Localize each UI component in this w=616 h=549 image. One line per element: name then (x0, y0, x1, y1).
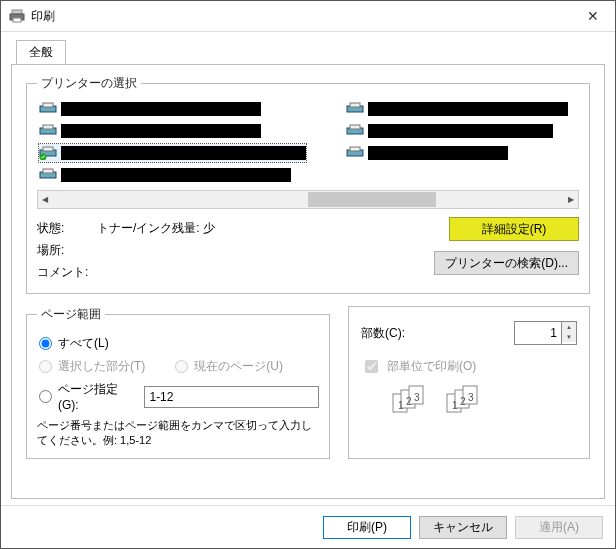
collate-pages-icon: 1 2 3 (443, 384, 487, 414)
svg-text:2: 2 (460, 396, 466, 407)
redacted-text (368, 124, 553, 138)
titlebar: 印刷 ✕ (1, 1, 615, 32)
print-dialog: 印刷 ✕ 全般 プリンターの選択 (0, 0, 616, 549)
collate-pages-icon: 1 2 3 (389, 384, 433, 414)
printer-item[interactable] (346, 100, 568, 118)
svg-rect-4 (43, 103, 53, 107)
radio-selection (39, 360, 52, 373)
page-range-hint: ページ番号またはページ範囲をカンマで区切って入力してください。例: 1,5-12 (37, 418, 319, 448)
redacted-text (61, 146, 306, 160)
tab-general[interactable]: 全般 (16, 40, 66, 65)
printer-icon (39, 124, 57, 138)
printer-icon (346, 102, 364, 116)
radio-selection-label: 選択した部分(T) (58, 358, 145, 375)
status-label: 状態: (37, 217, 97, 239)
copies-spinner[interactable]: ▲ ▼ (562, 321, 577, 345)
collate-label: 部単位で印刷(O) (387, 358, 476, 375)
dialog-footer: 印刷(P) キャンセル 適用(A) (1, 505, 615, 548)
printer-icon (39, 102, 57, 116)
printer-icon (9, 8, 25, 24)
printer-item-selected[interactable] (39, 144, 306, 162)
printer-icon (39, 168, 57, 182)
svg-text:3: 3 (414, 392, 420, 403)
radio-current-page-label: 現在のページ(U) (194, 358, 283, 375)
printer-list[interactable] (39, 100, 577, 184)
printer-selection-legend: プリンターの選択 (37, 75, 141, 92)
print-button[interactable]: 印刷(P) (323, 516, 411, 539)
scroll-right-arrow[interactable]: ▶ (564, 192, 578, 207)
close-button[interactable]: ✕ (570, 1, 615, 31)
location-label: 場所: (37, 239, 97, 261)
page-range-group: ページ範囲 すべて(L) 選択した部分(T) (26, 306, 330, 459)
collate-diagram: 1 2 3 1 2 3 (389, 384, 579, 414)
page-range-legend: ページ範囲 (37, 306, 105, 323)
copies-label: 部数(C): (361, 325, 504, 342)
svg-rect-13 (350, 103, 360, 107)
horizontal-scrollbar[interactable]: ◀ ▶ (37, 190, 579, 209)
preferences-button[interactable]: 詳細設定(R) (449, 217, 579, 241)
svg-rect-15 (350, 125, 360, 129)
window-title: 印刷 (31, 8, 570, 25)
status-value: トナー/インク残量: 少 (97, 217, 215, 239)
pages-input[interactable] (144, 386, 319, 408)
redacted-text (61, 168, 291, 182)
printer-item[interactable] (346, 144, 568, 162)
apply-button: 適用(A) (515, 516, 603, 539)
printer-icon (346, 146, 364, 160)
printer-item[interactable] (346, 122, 568, 140)
svg-rect-11 (43, 169, 53, 173)
radio-current-page (175, 360, 188, 373)
radio-pages[interactable] (39, 390, 52, 403)
radio-all[interactable] (39, 337, 52, 350)
svg-text:2: 2 (406, 396, 412, 407)
svg-rect-8 (43, 147, 53, 151)
printer-status-block: 状態: トナー/インク残量: 少 場所: コメント: (37, 217, 434, 283)
cancel-button[interactable]: キャンセル (419, 516, 507, 539)
redacted-text (368, 102, 568, 116)
close-icon: ✕ (587, 8, 599, 24)
radio-pages-label: ページ指定(G): (58, 381, 138, 412)
copies-input[interactable] (514, 321, 562, 345)
svg-text:1: 1 (398, 400, 404, 411)
redacted-text (368, 146, 508, 160)
svg-text:1: 1 (452, 400, 458, 411)
collate-checkbox (365, 360, 378, 373)
spinner-down-icon[interactable]: ▼ (562, 332, 576, 342)
copies-group: 部数(C): ▲ ▼ 部単位で印刷(O) (348, 306, 590, 459)
svg-rect-6 (43, 125, 53, 129)
scroll-thumb[interactable] (308, 192, 436, 207)
svg-text:3: 3 (468, 392, 474, 403)
printer-item[interactable] (39, 122, 306, 140)
scroll-left-arrow[interactable]: ◀ (38, 192, 52, 207)
svg-rect-2 (13, 18, 21, 22)
printer-item[interactable] (39, 100, 306, 118)
printer-item[interactable] (39, 166, 306, 184)
tab-strip: 全般 (11, 40, 605, 65)
redacted-text (61, 102, 261, 116)
radio-all-label: すべて(L) (58, 335, 109, 352)
printer-selection-group: プリンターの選択 (26, 75, 590, 294)
comment-label: コメント: (37, 261, 97, 283)
redacted-text (61, 124, 261, 138)
find-printer-button[interactable]: プリンターの検索(D)... (434, 251, 579, 275)
svg-rect-17 (350, 147, 360, 151)
scroll-track[interactable] (52, 192, 564, 207)
tab-panel-general: プリンターの選択 (11, 64, 605, 499)
printer-icon (346, 124, 364, 138)
dialog-body: 全般 プリンターの選択 (1, 32, 615, 505)
spinner-up-icon[interactable]: ▲ (562, 322, 576, 332)
printer-default-icon (39, 146, 57, 160)
svg-rect-0 (12, 10, 22, 14)
